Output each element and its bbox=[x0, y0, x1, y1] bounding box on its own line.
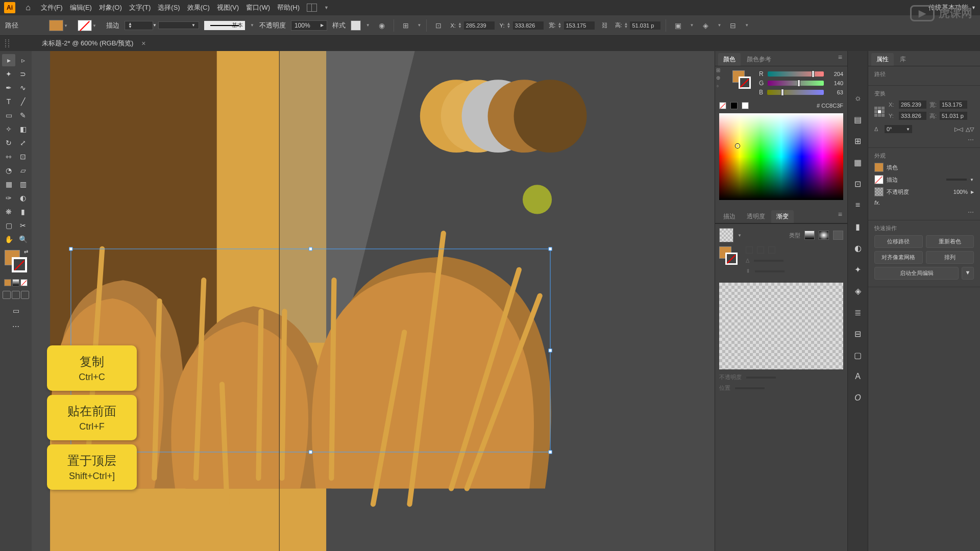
btn-align-pixel[interactable]: 对齐像素网格 bbox=[874, 251, 923, 264]
white-swatch[interactable] bbox=[742, 102, 749, 109]
dock-brushes-icon[interactable]: ▦ bbox=[852, 156, 864, 168]
dock-artboards-icon[interactable]: ▢ bbox=[852, 349, 864, 361]
btn-recolor[interactable]: 重新着色 bbox=[926, 235, 974, 248]
lasso-tool[interactable]: ⊃ bbox=[16, 68, 30, 80]
appearance-fill-swatch[interactable] bbox=[874, 163, 884, 172]
line-tool[interactable]: ╱ bbox=[16, 95, 30, 108]
close-tab-icon[interactable]: × bbox=[141, 39, 145, 47]
tab-transparency[interactable]: 透明度 bbox=[742, 210, 770, 223]
swap-fill-stroke-icon[interactable]: ⇄ bbox=[24, 249, 28, 255]
black-swatch[interactable] bbox=[730, 102, 738, 109]
x-input[interactable] bbox=[464, 21, 495, 30]
curvature-tool[interactable]: ∿ bbox=[16, 82, 30, 94]
tab-properties[interactable]: 属性 bbox=[871, 53, 894, 66]
grad-fill-stroke[interactable] bbox=[719, 246, 738, 265]
btn-arrange[interactable]: 排列 bbox=[926, 251, 974, 264]
eyedropper-tool[interactable]: ✑ bbox=[2, 192, 15, 204]
btn-offset-path[interactable]: 位移路径 bbox=[874, 235, 923, 248]
tab-gradient[interactable]: 渐变 bbox=[771, 210, 794, 223]
flip-h-icon[interactable]: ▷◁ bbox=[954, 126, 963, 133]
rectangle-tool[interactable]: ▭ bbox=[2, 109, 15, 121]
appearance-opacity-swatch[interactable] bbox=[874, 187, 884, 196]
flip-v-icon[interactable]: △▽ bbox=[966, 126, 974, 133]
blend-tool[interactable]: ◐ bbox=[16, 192, 30, 204]
document-tab[interactable]: 未标题-2* @ 600% (RGB/预览) bbox=[38, 37, 137, 50]
tab-color-guide[interactable]: 颜色参考 bbox=[742, 53, 776, 66]
w-input[interactable] bbox=[564, 21, 595, 30]
dock-glyph-icon[interactable]: O bbox=[852, 392, 864, 404]
props-w[interactable] bbox=[940, 101, 967, 109]
direct-selection-tool[interactable]: ▹ bbox=[16, 54, 30, 66]
color-mode-swatches[interactable] bbox=[1, 279, 31, 286]
screen-mode-icon[interactable]: ▭ bbox=[9, 305, 22, 317]
reference-point[interactable] bbox=[874, 107, 885, 117]
props-x[interactable] bbox=[899, 101, 926, 109]
dock-transparency-icon[interactable]: ◐ bbox=[852, 242, 864, 254]
shape-icon[interactable]: ▣ bbox=[671, 19, 684, 32]
menu-window[interactable]: 窗口(W) bbox=[246, 3, 270, 12]
menu-select[interactable]: 选择(S) bbox=[158, 3, 180, 12]
more-options-icon[interactable]: ⋯ bbox=[874, 136, 974, 143]
g-value[interactable]: 140 bbox=[828, 80, 843, 86]
color-spectrum[interactable] bbox=[719, 113, 843, 200]
btn-global-edit[interactable]: 启动全局编辑 bbox=[874, 267, 959, 280]
fx-label[interactable]: fx. bbox=[874, 199, 880, 206]
opacity-value[interactable]: 100%▶ bbox=[291, 20, 327, 31]
home-icon[interactable]: ⌂ bbox=[22, 2, 34, 13]
panel-menu-icon[interactable]: ≡ bbox=[838, 53, 844, 66]
dock-asset-icon[interactable]: ⊟ bbox=[852, 328, 864, 340]
gradient-ramp[interactable] bbox=[719, 283, 843, 369]
panel-fill-stroke[interactable] bbox=[732, 70, 751, 89]
magic-wand-tool[interactable]: ✦ bbox=[2, 68, 15, 80]
fill-stroke-indicator[interactable]: ⇄ bbox=[5, 250, 27, 272]
web-icon[interactable]: ⊕ bbox=[716, 75, 720, 81]
dock-layers2-icon[interactable]: ≣ bbox=[852, 306, 864, 318]
props-angle[interactable]: 0°▼ bbox=[885, 125, 912, 133]
pen-tool[interactable]: ✒ bbox=[2, 82, 15, 94]
align-icon[interactable]: ⊞ bbox=[399, 19, 412, 32]
canvas[interactable]: 复制Ctrl+C 贴在前面Ctrl+F 置于顶层Shift+Ctrl+] bbox=[32, 51, 715, 551]
panel-grip-icon[interactable] bbox=[5, 39, 9, 47]
eraser-tool[interactable]: ◧ bbox=[16, 123, 30, 135]
appearance-stroke-swatch[interactable] bbox=[874, 175, 884, 184]
grad-opacity-input[interactable] bbox=[746, 376, 776, 379]
shaper-tool[interactable]: ✧ bbox=[2, 123, 15, 135]
gradient-preview-swatch[interactable] bbox=[719, 228, 733, 242]
b-slider[interactable] bbox=[767, 90, 824, 95]
dock-layers-icon[interactable]: ▤ bbox=[852, 113, 864, 126]
tab-libraries[interactable]: 库 bbox=[895, 53, 911, 66]
transform-icon[interactable]: ⊡ bbox=[432, 19, 445, 32]
grad-position-input[interactable] bbox=[734, 387, 765, 390]
rotate-tool[interactable]: ↻ bbox=[2, 137, 15, 149]
appearance-more-icon[interactable]: ⋯ bbox=[874, 209, 974, 216]
props-y[interactable] bbox=[899, 112, 926, 120]
perspective-tool[interactable]: ▱ bbox=[16, 164, 30, 177]
menu-type[interactable]: 文字(T) bbox=[129, 3, 151, 12]
link-wh-icon[interactable]: ⛓ bbox=[600, 22, 610, 29]
menu-view[interactable]: 视图(V) bbox=[217, 3, 239, 12]
select-similar-icon[interactable]: ⊟ bbox=[726, 19, 740, 32]
slice-tool[interactable]: ✂ bbox=[16, 219, 30, 232]
free-transform-tool[interactable]: ⊡ bbox=[16, 151, 30, 163]
dock-symbols-icon[interactable]: ⊡ bbox=[852, 178, 864, 190]
b-value[interactable]: 63 bbox=[828, 89, 843, 95]
linear-grad-icon[interactable] bbox=[804, 231, 815, 240]
btn-global-edit-dd[interactable]: ▼ bbox=[962, 267, 974, 280]
panel-menu-icon-2[interactable]: ≡ bbox=[838, 210, 844, 223]
selection-tool[interactable]: ▸ bbox=[2, 54, 15, 66]
stroke-swatch[interactable]: ▼ bbox=[78, 20, 92, 31]
isolate-icon[interactable]: ◈ bbox=[699, 19, 712, 32]
recolor-icon[interactable]: ◉ bbox=[375, 19, 388, 32]
h-input[interactable] bbox=[630, 21, 660, 30]
graph-tool[interactable]: ▮ bbox=[16, 206, 30, 218]
hand-tool[interactable]: ✋ bbox=[2, 233, 15, 245]
brush-definition[interactable]: 基本 bbox=[204, 21, 245, 30]
warn-icon[interactable]: ⬨ bbox=[716, 83, 720, 88]
r-slider[interactable] bbox=[768, 71, 824, 77]
artboard-tool[interactable]: ▢ bbox=[2, 219, 15, 232]
scale-tool[interactable]: ⤢ bbox=[16, 137, 30, 149]
dock-swatches-icon[interactable]: ⊞ bbox=[852, 135, 864, 147]
menu-effect[interactable]: 效果(C) bbox=[187, 3, 210, 12]
menu-object[interactable]: 对象(O) bbox=[99, 3, 122, 12]
stroke-weight[interactable]: ▲▼▼ bbox=[125, 21, 153, 30]
